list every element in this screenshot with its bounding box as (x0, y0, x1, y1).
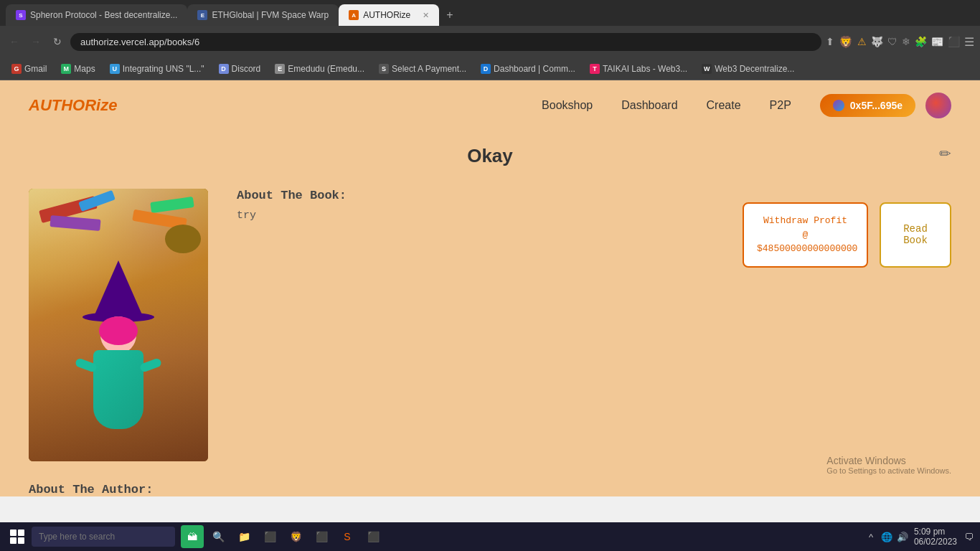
ext-icon1: 🐺 (871, 36, 883, 47)
wallet-dot-icon (833, 100, 844, 111)
nav-create[interactable]: Create (707, 99, 741, 112)
taskbar-app-brave[interactable]: 🦁 (284, 525, 307, 548)
ext-icon2: 🛡 (887, 36, 897, 47)
taskbar-time: 5:09 pm 06/02/2023 (914, 527, 957, 547)
taskbar-app-sublime[interactable]: S (336, 525, 359, 548)
taskbar-search-icon: 🔍 (212, 531, 225, 542)
browser-chrome: S Spheron Protocol - Best decentralize..… (0, 0, 980, 80)
brand-logo[interactable]: AUTHORize (29, 96, 117, 115)
files-icon: 📁 (238, 531, 250, 542)
bookmark-label-taikai: TAIKAI Labs - Web3... (603, 64, 687, 74)
bookmark-web3[interactable]: W Web3 Decentralize... (696, 62, 800, 76)
tab-label-ethglobal: ETHGlobal | FVM Space Warp (212, 10, 329, 20)
avatar-image (925, 93, 951, 118)
tab-label-authorize: AUTHORize (363, 10, 410, 20)
tab-authorize[interactable]: A AUTHORize ✕ (339, 4, 439, 26)
taskbar-system-icons: ^ 🌐 🔊 (865, 531, 908, 542)
withdraw-btn-line2: @ $48500000000000000 (757, 228, 854, 256)
bookmark-favicon-maps: M (61, 64, 71, 74)
bookmark-gmail[interactable]: G Gmail (6, 62, 52, 76)
tab-favicon-ethglobal: E (197, 10, 207, 20)
share-icon[interactable]: ⬆ (826, 36, 834, 47)
back-button[interactable]: ← (6, 33, 23, 50)
taskbar-time-display: 5:09 pm (914, 527, 957, 537)
book-cover (29, 189, 208, 461)
bookmark-emedudu[interactable]: E Emedudu (Emedu... (269, 62, 370, 76)
sublime-icon: S (344, 531, 350, 542)
landscape-icon: 🏔 (187, 531, 197, 542)
about-book-label: About The Book: (237, 189, 951, 202)
taskbar-notification-icon[interactable]: 🗨 (963, 531, 974, 542)
misc-icon: ⬛ (367, 531, 380, 542)
taskbar-search-input[interactable] (32, 527, 175, 547)
bookmark-favicon-gmail: G (11, 64, 22, 74)
wallet-address: 0x5F...695e (850, 100, 903, 111)
nav-links: Bookshop Dashboard Create P2P (542, 99, 791, 112)
brave-taskbar-icon: 🦁 (290, 531, 302, 542)
wallet-button[interactable]: 0x5F...695e (820, 94, 915, 117)
withdraw-profit-button[interactable]: Withdraw Profit @ $48500000000000000 (743, 202, 868, 268)
tab-spheron[interactable]: S Spheron Protocol - Best decentralize..… (6, 4, 187, 26)
bookmark-payment[interactable]: S Select A Payment... (373, 62, 472, 76)
address-bar: ← → ↻ ⬆ 🦁 ⚠ 🐺 🛡 ❄ 🧩 📰 ⬛ ☰ (0, 26, 980, 57)
bookmark-favicon-emedudu: E (275, 64, 285, 74)
taskbar-chevron-icon[interactable]: ^ (865, 531, 877, 542)
reload-button[interactable]: ↻ (49, 33, 66, 50)
taskbar-speaker-icon[interactable]: 🔊 (897, 531, 908, 542)
main-content: Okay ✏ Withdraw Profit @ $48500000000000… (0, 131, 980, 496)
new-tab-button[interactable]: + (439, 4, 460, 26)
read-book-button[interactable]: Read Book (880, 202, 951, 268)
taskbar-app-terminal[interactable]: ⬛ (310, 525, 333, 548)
vscode-icon: ⬛ (264, 531, 276, 542)
edit-icon[interactable]: ✏ (939, 145, 951, 162)
taskbar-app-landscape[interactable]: 🏔 (181, 525, 204, 548)
bookmark-favicon-uns: U (110, 64, 120, 74)
nav-dashboard[interactable]: Dashboard (621, 99, 677, 112)
tab-favicon-authorize: A (349, 10, 359, 20)
taskbar-network-icon[interactable]: 🌐 (881, 531, 892, 542)
bookmark-dashboard[interactable]: D Dashboard | Comm... (475, 62, 581, 76)
activate-windows-line1: Activate Windows (826, 455, 951, 466)
bookmarks-bar: G Gmail M Maps U Integrating UNS "L..." … (0, 57, 980, 80)
taskbar-app-files[interactable]: 📁 (232, 525, 255, 548)
bookmark-discord[interactable]: D Discord (213, 62, 267, 76)
terminal-icon: ⬛ (316, 531, 328, 542)
bookmark-label-gmail: Gmail (24, 64, 47, 74)
ext-icon4: 🧩 (915, 36, 927, 47)
windows-icon (10, 529, 24, 544)
tab-bar: S Spheron Protocol - Best decentralize..… (0, 0, 980, 26)
address-input[interactable] (70, 33, 821, 51)
action-buttons: Withdraw Profit @ $48500000000000000 Rea… (743, 202, 951, 268)
bookmark-label-maps: Maps (74, 64, 95, 74)
bookmark-label-dashboard: Dashboard | Comm... (494, 64, 575, 74)
bookmark-uns[interactable]: U Integrating UNS "L..." (104, 62, 210, 76)
activate-windows-line2: Go to Settings to activate Windows. (826, 466, 951, 475)
taskbar-app-misc[interactable]: ⬛ (362, 525, 385, 548)
bookmark-favicon-payment: S (379, 64, 389, 74)
tab-favicon-spheron: S (16, 10, 26, 20)
read-btn-label: Read Book (894, 223, 937, 246)
start-button[interactable] (6, 525, 29, 548)
menu-button[interactable]: ☰ (964, 35, 974, 49)
taskbar-app-search[interactable]: 🔍 (207, 525, 230, 548)
nav-p2p[interactable]: P2P (770, 99, 791, 112)
nav-bookshop[interactable]: Bookshop (542, 99, 593, 112)
bookmark-taikai[interactable]: T TAIKAI Labs - Web3... (584, 62, 693, 76)
page: AUTHORize Bookshop Dashboard Create P2P … (0, 80, 980, 496)
bookmark-favicon-dashboard: D (481, 64, 491, 74)
tab-close-authorize[interactable]: ✕ (423, 11, 429, 20)
bookmark-maps[interactable]: M Maps (55, 62, 100, 76)
forward-button[interactable]: → (27, 33, 44, 50)
bookmark-label-discord: Discord (232, 64, 261, 74)
warning-icon: ⚠ (857, 36, 867, 47)
taskbar-app-vscode[interactable]: ⬛ (258, 525, 281, 548)
taskbar-apps: 🏔 🔍 📁 ⬛ 🦁 ⬛ S ⬛ (181, 525, 385, 548)
book-title: Okay (29, 145, 951, 167)
ext-icon3: ❄ (902, 36, 910, 47)
bookmark-label-uns: Integrating UNS "L..." (123, 64, 204, 74)
bookmark-label-web3: Web3 Decentralize... (715, 64, 794, 74)
tab-ethglobal[interactable]: E ETHGlobal | FVM Space Warp (187, 4, 339, 26)
ext-icon6: ⬛ (948, 36, 960, 47)
avatar[interactable] (925, 93, 951, 118)
taskbar: 🏔 🔍 📁 ⬛ 🦁 ⬛ S ⬛ ^ 🌐 🔊 5:09 pm (0, 522, 980, 551)
